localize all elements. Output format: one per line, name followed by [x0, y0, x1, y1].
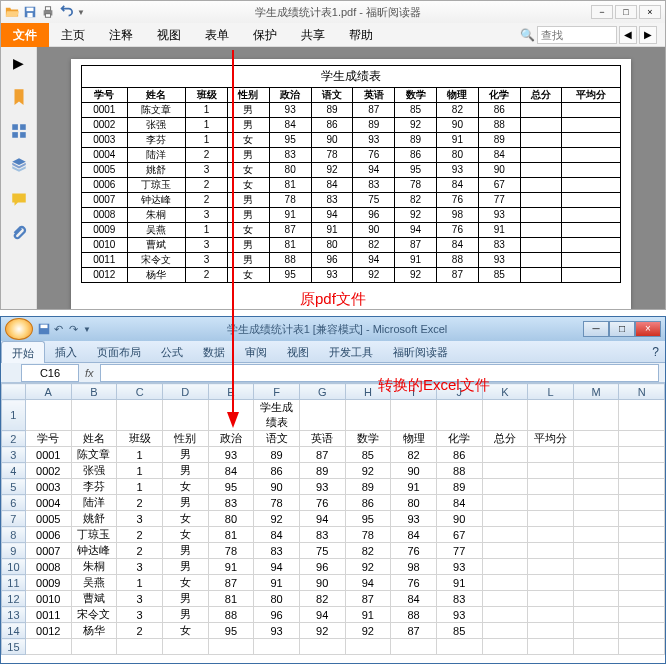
cell[interactable]: 0001	[25, 447, 71, 463]
ex-tab-review[interactable]: 审阅	[235, 341, 277, 363]
cell[interactable]	[528, 495, 574, 511]
minimize-button[interactable]: −	[591, 5, 613, 19]
cell[interactable]: 陈文章	[71, 447, 117, 463]
cell[interactable]: 77	[436, 543, 482, 559]
cell[interactable]	[482, 639, 528, 655]
cell[interactable]: 76	[299, 495, 345, 511]
cell[interactable]	[573, 447, 619, 463]
cell[interactable]: 84	[254, 527, 300, 543]
cell[interactable]	[619, 431, 665, 447]
cell[interactable]: 女	[162, 527, 208, 543]
cell[interactable]	[619, 527, 665, 543]
cell[interactable]	[573, 463, 619, 479]
cell[interactable]	[619, 463, 665, 479]
excel-grid-area[interactable]: ABCDEFGHIJKLMN1学生成绩表2学号姓名班级性别政治语文英语数学物理化…	[1, 383, 665, 663]
help-icon[interactable]: ?	[652, 345, 659, 359]
cell[interactable]	[573, 495, 619, 511]
cell[interactable]	[482, 463, 528, 479]
ex-tab-formula[interactable]: 公式	[151, 341, 193, 363]
cell[interactable]: 男	[162, 495, 208, 511]
cell[interactable]	[482, 591, 528, 607]
cell[interactable]	[619, 447, 665, 463]
cell[interactable]: 84	[391, 527, 437, 543]
cell[interactable]: 男	[162, 591, 208, 607]
cell[interactable]: 0006	[25, 527, 71, 543]
cell[interactable]: 81	[208, 591, 254, 607]
cell[interactable]	[619, 511, 665, 527]
cell[interactable]: 91	[436, 575, 482, 591]
cell[interactable]: 学号	[25, 431, 71, 447]
bookmark-icon[interactable]	[9, 87, 29, 107]
cell[interactable]	[25, 400, 71, 431]
cell[interactable]	[482, 400, 528, 431]
cell[interactable]: 88	[208, 607, 254, 623]
cell[interactable]: 87	[391, 623, 437, 639]
cell[interactable]: 83	[299, 527, 345, 543]
print-icon[interactable]	[41, 5, 55, 19]
cell[interactable]: 95	[208, 479, 254, 495]
cell[interactable]	[528, 527, 574, 543]
cell[interactable]: 90	[299, 575, 345, 591]
fx-icon[interactable]: fx	[85, 367, 94, 379]
cell[interactable]: 93	[436, 559, 482, 575]
cell[interactable]: 男	[162, 447, 208, 463]
cell[interactable]	[573, 607, 619, 623]
col-header[interactable]: M	[573, 384, 619, 400]
cell[interactable]: 84	[208, 463, 254, 479]
cell[interactable]: 98	[391, 559, 437, 575]
cell[interactable]	[528, 575, 574, 591]
cell[interactable]	[619, 495, 665, 511]
cell[interactable]: 81	[208, 527, 254, 543]
row-header[interactable]: 11	[2, 575, 26, 591]
cell[interactable]: 82	[391, 447, 437, 463]
pdf-viewport[interactable]: 学生成绩表 学号姓名班级性别政治语文英语数学物理化学总分平均分0001陈文章1男…	[37, 47, 665, 309]
cell[interactable]: 姚舒	[71, 511, 117, 527]
cell[interactable]: 90	[254, 479, 300, 495]
ex-save-icon[interactable]	[37, 322, 51, 336]
cell[interactable]: 84	[436, 495, 482, 511]
col-header[interactable]: G	[299, 384, 345, 400]
cell[interactable]: 94	[299, 607, 345, 623]
cell[interactable]	[482, 527, 528, 543]
cell[interactable]: 政治	[208, 431, 254, 447]
cell[interactable]: 1	[117, 575, 163, 591]
cell[interactable]	[573, 400, 619, 431]
cell[interactable]	[573, 591, 619, 607]
col-header[interactable]: A	[25, 384, 71, 400]
tab-comment[interactable]: 注释	[97, 23, 145, 47]
cell[interactable]: 化学	[436, 431, 482, 447]
cell[interactable]: 朱桐	[71, 559, 117, 575]
cell[interactable]: 83	[208, 495, 254, 511]
tab-file[interactable]: 文件	[1, 23, 49, 47]
cell[interactable]	[619, 479, 665, 495]
cell[interactable]	[482, 479, 528, 495]
layers-icon[interactable]	[9, 155, 29, 175]
cell[interactable]	[162, 639, 208, 655]
cell[interactable]: 90	[436, 511, 482, 527]
row-header[interactable]: 15	[2, 639, 26, 655]
cell[interactable]: 0002	[25, 463, 71, 479]
cell[interactable]: 86	[436, 447, 482, 463]
cell[interactable]	[528, 479, 574, 495]
cell[interactable]: 2	[117, 495, 163, 511]
cell[interactable]: 78	[345, 527, 391, 543]
row-header[interactable]: 13	[2, 607, 26, 623]
cell[interactable]: 3	[117, 559, 163, 575]
cell[interactable]: 94	[299, 511, 345, 527]
cell[interactable]	[573, 639, 619, 655]
cell[interactable]: 女	[162, 575, 208, 591]
col-header[interactable]: L	[528, 384, 574, 400]
cell[interactable]: 85	[345, 447, 391, 463]
cell[interactable]: 93	[254, 623, 300, 639]
cell[interactable]: 80	[254, 591, 300, 607]
cell[interactable]	[482, 575, 528, 591]
cell[interactable]: 93	[299, 479, 345, 495]
col-header[interactable]: N	[619, 384, 665, 400]
cell[interactable]: 1	[117, 479, 163, 495]
ex-qat-dropdown[interactable]: ▼	[83, 325, 91, 334]
cell[interactable]: 曹斌	[71, 591, 117, 607]
cell[interactable]: 丁琼玉	[71, 527, 117, 543]
cell[interactable]	[528, 623, 574, 639]
cell[interactable]: 78	[254, 495, 300, 511]
cell[interactable]	[299, 400, 345, 431]
